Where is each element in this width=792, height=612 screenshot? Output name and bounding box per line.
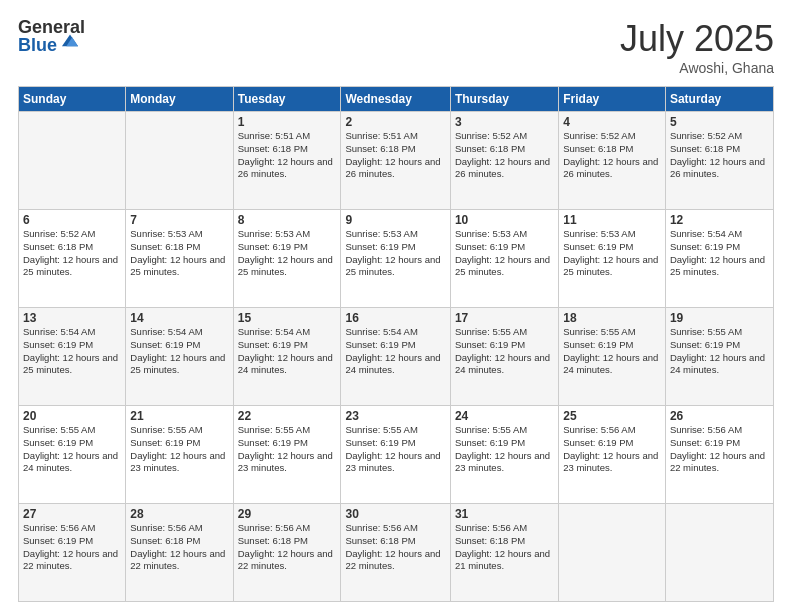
calendar-cell: 10Sunrise: 5:53 AM Sunset: 6:19 PM Dayli… (450, 210, 558, 308)
day-info: Sunrise: 5:56 AM Sunset: 6:19 PM Dayligh… (563, 424, 661, 475)
day-info: Sunrise: 5:55 AM Sunset: 6:19 PM Dayligh… (563, 326, 661, 377)
day-info: Sunrise: 5:55 AM Sunset: 6:19 PM Dayligh… (130, 424, 228, 475)
calendar-cell: 6Sunrise: 5:52 AM Sunset: 6:18 PM Daylig… (19, 210, 126, 308)
day-number: 4 (563, 115, 661, 129)
day-number: 13 (23, 311, 121, 325)
day-number: 8 (238, 213, 337, 227)
day-info: Sunrise: 5:56 AM Sunset: 6:19 PM Dayligh… (670, 424, 769, 475)
calendar-cell: 28Sunrise: 5:56 AM Sunset: 6:18 PM Dayli… (126, 504, 233, 602)
day-info: Sunrise: 5:53 AM Sunset: 6:19 PM Dayligh… (345, 228, 445, 279)
day-info: Sunrise: 5:55 AM Sunset: 6:19 PM Dayligh… (23, 424, 121, 475)
title-block: July 2025 Awoshi, Ghana (620, 18, 774, 76)
day-number: 15 (238, 311, 337, 325)
calendar-cell: 21Sunrise: 5:55 AM Sunset: 6:19 PM Dayli… (126, 406, 233, 504)
day-number: 14 (130, 311, 228, 325)
calendar-cell (665, 504, 773, 602)
day-number: 17 (455, 311, 554, 325)
calendar-header-wednesday: Wednesday (341, 87, 450, 112)
day-info: Sunrise: 5:56 AM Sunset: 6:18 PM Dayligh… (238, 522, 337, 573)
calendar-week-row: 27Sunrise: 5:56 AM Sunset: 6:19 PM Dayli… (19, 504, 774, 602)
calendar-cell: 8Sunrise: 5:53 AM Sunset: 6:19 PM Daylig… (233, 210, 341, 308)
day-number: 29 (238, 507, 337, 521)
title-location: Awoshi, Ghana (620, 60, 774, 76)
day-info: Sunrise: 5:55 AM Sunset: 6:19 PM Dayligh… (670, 326, 769, 377)
day-number: 30 (345, 507, 445, 521)
day-info: Sunrise: 5:52 AM Sunset: 6:18 PM Dayligh… (563, 130, 661, 181)
day-number: 9 (345, 213, 445, 227)
day-info: Sunrise: 5:53 AM Sunset: 6:19 PM Dayligh… (238, 228, 337, 279)
day-number: 16 (345, 311, 445, 325)
day-info: Sunrise: 5:54 AM Sunset: 6:19 PM Dayligh… (345, 326, 445, 377)
day-number: 7 (130, 213, 228, 227)
day-info: Sunrise: 5:52 AM Sunset: 6:18 PM Dayligh… (670, 130, 769, 181)
page: General Blue July 2025 Awoshi, Ghana Sun… (0, 0, 792, 612)
calendar-header-saturday: Saturday (665, 87, 773, 112)
day-info: Sunrise: 5:54 AM Sunset: 6:19 PM Dayligh… (23, 326, 121, 377)
day-number: 27 (23, 507, 121, 521)
day-info: Sunrise: 5:53 AM Sunset: 6:19 PM Dayligh… (563, 228, 661, 279)
day-info: Sunrise: 5:54 AM Sunset: 6:19 PM Dayligh… (670, 228, 769, 279)
calendar-cell: 17Sunrise: 5:55 AM Sunset: 6:19 PM Dayli… (450, 308, 558, 406)
calendar-header-monday: Monday (126, 87, 233, 112)
day-number: 25 (563, 409, 661, 423)
calendar-week-row: 1Sunrise: 5:51 AM Sunset: 6:18 PM Daylig… (19, 112, 774, 210)
day-number: 2 (345, 115, 445, 129)
day-number: 26 (670, 409, 769, 423)
calendar-cell: 18Sunrise: 5:55 AM Sunset: 6:19 PM Dayli… (559, 308, 666, 406)
day-info: Sunrise: 5:53 AM Sunset: 6:19 PM Dayligh… (455, 228, 554, 279)
logo-icon (59, 30, 81, 52)
day-info: Sunrise: 5:56 AM Sunset: 6:18 PM Dayligh… (130, 522, 228, 573)
day-number: 1 (238, 115, 337, 129)
calendar-cell: 5Sunrise: 5:52 AM Sunset: 6:18 PM Daylig… (665, 112, 773, 210)
day-info: Sunrise: 5:56 AM Sunset: 6:18 PM Dayligh… (345, 522, 445, 573)
day-info: Sunrise: 5:55 AM Sunset: 6:19 PM Dayligh… (455, 326, 554, 377)
day-number: 20 (23, 409, 121, 423)
day-number: 6 (23, 213, 121, 227)
day-info: Sunrise: 5:55 AM Sunset: 6:19 PM Dayligh… (238, 424, 337, 475)
calendar-week-row: 6Sunrise: 5:52 AM Sunset: 6:18 PM Daylig… (19, 210, 774, 308)
title-month: July 2025 (620, 18, 774, 60)
calendar-cell: 22Sunrise: 5:55 AM Sunset: 6:19 PM Dayli… (233, 406, 341, 504)
calendar-week-row: 13Sunrise: 5:54 AM Sunset: 6:19 PM Dayli… (19, 308, 774, 406)
calendar-cell: 26Sunrise: 5:56 AM Sunset: 6:19 PM Dayli… (665, 406, 773, 504)
calendar-header-sunday: Sunday (19, 87, 126, 112)
day-info: Sunrise: 5:56 AM Sunset: 6:19 PM Dayligh… (23, 522, 121, 573)
logo-text: General Blue (18, 18, 85, 54)
calendar-table: SundayMondayTuesdayWednesdayThursdayFrid… (18, 86, 774, 602)
calendar-cell: 9Sunrise: 5:53 AM Sunset: 6:19 PM Daylig… (341, 210, 450, 308)
calendar-cell: 27Sunrise: 5:56 AM Sunset: 6:19 PM Dayli… (19, 504, 126, 602)
day-info: Sunrise: 5:51 AM Sunset: 6:18 PM Dayligh… (345, 130, 445, 181)
calendar-header-thursday: Thursday (450, 87, 558, 112)
calendar-cell: 23Sunrise: 5:55 AM Sunset: 6:19 PM Dayli… (341, 406, 450, 504)
day-info: Sunrise: 5:51 AM Sunset: 6:18 PM Dayligh… (238, 130, 337, 181)
day-number: 31 (455, 507, 554, 521)
day-number: 21 (130, 409, 228, 423)
day-number: 19 (670, 311, 769, 325)
day-info: Sunrise: 5:52 AM Sunset: 6:18 PM Dayligh… (23, 228, 121, 279)
calendar-header-friday: Friday (559, 87, 666, 112)
calendar-week-row: 20Sunrise: 5:55 AM Sunset: 6:19 PM Dayli… (19, 406, 774, 504)
calendar-cell: 30Sunrise: 5:56 AM Sunset: 6:18 PM Dayli… (341, 504, 450, 602)
calendar-cell: 2Sunrise: 5:51 AM Sunset: 6:18 PM Daylig… (341, 112, 450, 210)
day-number: 28 (130, 507, 228, 521)
calendar-cell: 25Sunrise: 5:56 AM Sunset: 6:19 PM Dayli… (559, 406, 666, 504)
header: General Blue July 2025 Awoshi, Ghana (18, 18, 774, 76)
day-number: 11 (563, 213, 661, 227)
calendar-cell: 12Sunrise: 5:54 AM Sunset: 6:19 PM Dayli… (665, 210, 773, 308)
day-number: 18 (563, 311, 661, 325)
calendar-cell: 13Sunrise: 5:54 AM Sunset: 6:19 PM Dayli… (19, 308, 126, 406)
calendar-cell: 1Sunrise: 5:51 AM Sunset: 6:18 PM Daylig… (233, 112, 341, 210)
day-number: 23 (345, 409, 445, 423)
day-number: 22 (238, 409, 337, 423)
day-info: Sunrise: 5:55 AM Sunset: 6:19 PM Dayligh… (345, 424, 445, 475)
calendar-cell: 4Sunrise: 5:52 AM Sunset: 6:18 PM Daylig… (559, 112, 666, 210)
calendar-cell: 16Sunrise: 5:54 AM Sunset: 6:19 PM Dayli… (341, 308, 450, 406)
calendar-header-tuesday: Tuesday (233, 87, 341, 112)
day-number: 3 (455, 115, 554, 129)
day-number: 5 (670, 115, 769, 129)
calendar-header-row: SundayMondayTuesdayWednesdayThursdayFrid… (19, 87, 774, 112)
calendar-cell: 24Sunrise: 5:55 AM Sunset: 6:19 PM Dayli… (450, 406, 558, 504)
logo-blue: Blue (18, 36, 57, 54)
calendar-cell: 3Sunrise: 5:52 AM Sunset: 6:18 PM Daylig… (450, 112, 558, 210)
calendar-cell: 29Sunrise: 5:56 AM Sunset: 6:18 PM Dayli… (233, 504, 341, 602)
